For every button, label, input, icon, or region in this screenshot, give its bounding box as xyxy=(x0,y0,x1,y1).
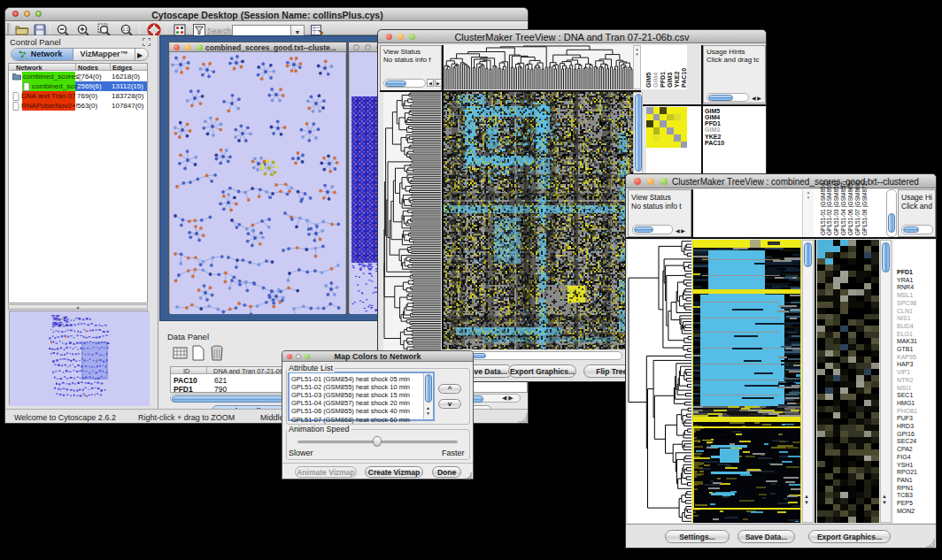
svg-text:1:1: 1:1 xyxy=(123,27,129,32)
